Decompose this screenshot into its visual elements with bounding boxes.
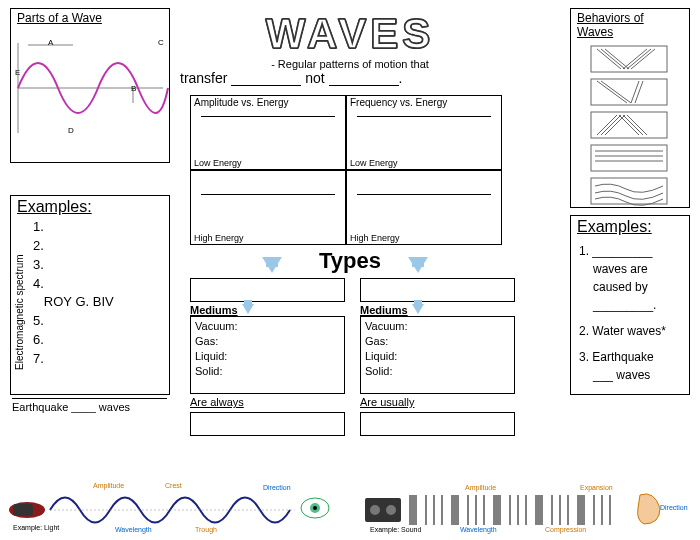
wavelength-label-r: Wavelength [460,526,497,534]
blank-not[interactable] [329,74,399,86]
are-always-label: Are always [190,396,345,408]
arrow-down-icon [242,304,254,314]
svg-line-23 [601,115,621,135]
ex-left-2[interactable]: 2. [33,237,169,256]
parts-of-wave-box: Parts of a Wave A C E D B [10,8,170,163]
svg-line-20 [635,81,643,103]
ex-right-2: 2. Water waves* [579,322,681,340]
svg-line-11 [601,49,625,69]
earthquake-left[interactable]: Earthquake ____ waves [12,398,167,418]
wave-diagram: A C E D B [13,33,169,153]
wavelength-label-l: Wavelength [115,526,152,534]
svg-text:D: D [68,126,74,135]
ex-left-7[interactable]: 7. [33,350,169,369]
svg-text:A: A [48,38,54,47]
type-left-title-input[interactable] [190,278,345,302]
ex-right-1[interactable]: 1. _________ [579,242,681,260]
ex-left-3[interactable]: 3. [33,256,169,275]
svg-line-25 [619,115,639,135]
mediums-header-right: Mediums [360,304,408,316]
ex-left-5[interactable]: 5. [33,312,169,331]
svg-point-38 [313,506,317,510]
svg-text:B: B [131,84,136,93]
svg-text:E: E [15,68,20,77]
energy-grid: Amplitude vs. Energy Low Energy Frequenc… [190,95,502,245]
frequency-low-cell[interactable]: Frequency vs. Energy Low Energy [346,95,502,170]
mediums-box-right[interactable]: Vacuum: Gas: Liquid: Solid: [360,316,515,394]
amplitude-label-r: Amplitude [465,484,496,492]
behaviors-diagrams [571,41,687,211]
svg-point-41 [386,505,396,515]
are-always-input[interactable] [190,412,345,436]
svg-line-22 [597,115,617,135]
ex-right-3: 3. Earthquake [579,348,681,366]
em-spectrum-label: Electromagnetic spectrum [14,230,25,370]
compression-label: Compression [545,526,586,534]
arrow-down-icon [412,304,424,314]
svg-text:C: C [158,38,164,47]
roy-g-biv: ROY G. BIV [33,293,169,312]
amplitude-high-cell[interactable]: High Energy [190,170,346,245]
are-usually-input[interactable] [360,412,515,436]
svg-point-40 [370,505,380,515]
longitudinal-wave-illustration: Amplitude Expansion Direction Example: S… [360,480,690,535]
type-right-title-input[interactable] [360,278,515,302]
svg-rect-34 [13,504,33,516]
svg-line-17 [597,81,627,103]
behaviors-box: Behaviors of Waves [570,8,690,208]
ex-left-1[interactable]: 1. [33,218,169,237]
are-usually-label: Are usually [360,396,515,408]
examples-header-left: Examples: [11,196,169,218]
trough-label: Trough [195,526,217,534]
svg-line-18 [601,81,631,103]
svg-line-19 [631,81,639,103]
parts-header: Parts of a Wave [17,11,163,25]
mediums-box-left[interactable]: Vacuum: Gas: Liquid: Solid: [190,316,345,394]
crest-label: Crest [165,482,182,489]
svg-line-27 [627,115,647,135]
behaviors-header: Behaviors of Waves [577,11,683,39]
expansion-label: Expansion [580,484,613,492]
direction-label-r: Direction [660,504,688,511]
type-branch-left: Mediums Vacuum: Gas: Liquid: Solid: Are … [190,278,345,436]
amplitude-label: Amplitude [93,482,124,490]
examples-right-box: Examples: 1. _________ waves are caused … [570,215,690,395]
svg-line-26 [623,115,643,135]
examples-left-box: Examples: 1. 2. 3. 4. ROY G. BIV 5. 6. 7… [10,195,170,395]
frequency-high-cell[interactable]: High Energy [346,170,502,245]
blank-transfer[interactable] [231,74,301,86]
svg-line-14 [627,49,651,69]
ex-left-4[interactable]: 4. [33,275,169,294]
example-light-label: Example: Light [13,524,59,532]
type-branch-right: Mediums Vacuum: Gas: Liquid: Solid: Are … [360,278,515,436]
amplitude-low-cell[interactable]: Amplitude vs. Energy Low Energy [190,95,346,170]
ex-left-6[interactable]: 6. [33,331,169,350]
svg-rect-28 [591,145,667,171]
examples-header-right: Examples: [571,216,689,238]
direction-label: Direction [263,484,291,491]
mediums-header-left: Mediums [190,304,238,316]
transverse-wave-illustration: Amplitude Crest Direction Example: Light… [5,480,335,535]
example-sound-label: Example: Sound [370,526,421,534]
